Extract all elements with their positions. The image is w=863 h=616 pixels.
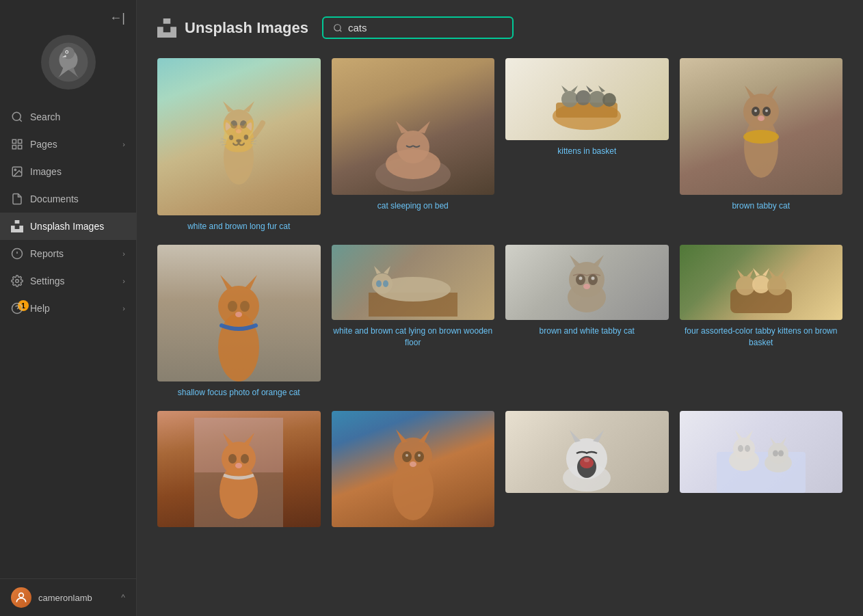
image-card-10[interactable] xyxy=(332,411,495,533)
logo-icon xyxy=(48,42,89,83)
svg-point-79 xyxy=(736,276,755,295)
image-label-2: cat sleeping on bed xyxy=(377,200,449,212)
pages-arrow-icon: › xyxy=(122,140,125,148)
cat-image-4 xyxy=(720,65,802,188)
sidebar-user[interactable]: cameronlamb ^ xyxy=(0,578,136,616)
logo-circle xyxy=(41,35,96,90)
svg-marker-109 xyxy=(593,430,604,442)
image-card-8[interactable]: four assorted-color tabby kittens on bro… xyxy=(680,245,843,399)
sidebar-item-unsplash-label: Unsplash Images xyxy=(30,221,125,232)
sidebar-item-documents[interactable]: Documents xyxy=(0,185,136,213)
svg-point-94 xyxy=(228,454,237,464)
avatar xyxy=(11,587,31,608)
svg-point-38 xyxy=(576,90,591,105)
sidebar-item-unsplash-images[interactable]: Unsplash Images xyxy=(0,213,136,240)
svg-point-81 xyxy=(767,276,786,295)
image-card-6[interactable]: white and brown cat lying on brown woode… xyxy=(332,245,495,399)
svg-point-103 xyxy=(406,454,408,457)
image-label-1: white and brown long fur cat xyxy=(187,221,290,232)
svg-marker-25 xyxy=(223,101,234,112)
image-thumb-7 xyxy=(505,245,669,320)
svg-point-91 xyxy=(222,442,256,476)
sidebar-top: ←| xyxy=(0,0,136,28)
image-card-3[interactable]: kittens in basket xyxy=(505,58,669,232)
user-chevron-icon: ^ xyxy=(121,593,125,602)
sidebar-collapse-button[interactable]: ←| xyxy=(107,8,128,28)
cat-image-1 xyxy=(208,75,269,198)
sidebar-item-documents-label: Documents xyxy=(30,193,125,204)
sidebar-item-settings[interactable]: Settings › xyxy=(0,267,136,295)
svg-point-119 xyxy=(745,445,750,452)
search-box[interactable] xyxy=(322,16,514,39)
svg-point-76 xyxy=(592,276,595,280)
cat-image-10 xyxy=(369,414,457,524)
svg-marker-65 xyxy=(374,266,381,274)
svg-point-96 xyxy=(235,463,242,468)
svg-marker-108 xyxy=(570,430,581,442)
svg-marker-41 xyxy=(561,85,568,92)
svg-marker-33 xyxy=(396,121,408,133)
image-label-6: white and brown cat lying on brown woode… xyxy=(332,325,495,349)
svg-marker-116 xyxy=(735,430,742,439)
image-card-12[interactable] xyxy=(680,411,843,533)
svg-point-13 xyxy=(14,169,16,170)
svg-marker-117 xyxy=(746,430,753,439)
svg-marker-66 xyxy=(384,266,390,274)
help-icon xyxy=(11,302,23,314)
image-card-4[interactable]: brown tabby cat xyxy=(680,58,843,232)
image-card-9[interactable] xyxy=(157,411,321,533)
svg-rect-9 xyxy=(18,139,22,143)
cat-image-3 xyxy=(546,65,628,133)
svg-point-23 xyxy=(224,130,254,185)
sidebar-item-images[interactable]: Images xyxy=(0,158,136,185)
search-input[interactable] xyxy=(348,22,503,34)
svg-point-124 xyxy=(773,450,778,456)
svg-point-29 xyxy=(236,129,241,133)
svg-marker-100 xyxy=(419,429,430,443)
image-thumb-4 xyxy=(680,58,843,195)
svg-point-60 xyxy=(240,301,250,312)
cat-image-9 xyxy=(194,418,283,527)
sidebar-item-help[interactable]: 1 Help › xyxy=(0,295,136,322)
svg-marker-123 xyxy=(780,437,786,445)
svg-marker-86 xyxy=(769,269,775,278)
svg-point-32 xyxy=(397,131,429,163)
svg-point-70 xyxy=(569,262,605,297)
svg-point-125 xyxy=(778,450,784,456)
svg-point-5 xyxy=(66,51,67,53)
settings-icon xyxy=(11,275,23,287)
image-label-7: brown and white tabby cat xyxy=(540,325,635,337)
svg-point-28 xyxy=(240,120,247,129)
svg-marker-47 xyxy=(745,85,756,98)
svg-marker-58 xyxy=(245,275,257,289)
unsplash-icon xyxy=(11,220,23,232)
svg-point-75 xyxy=(579,276,583,280)
image-card-7[interactable]: brown and white tabby cat xyxy=(505,245,669,399)
pages-icon xyxy=(11,138,23,150)
cat-image-11 xyxy=(542,418,631,493)
avatar-icon xyxy=(14,591,28,604)
svg-point-27 xyxy=(230,120,237,129)
sidebar-item-reports-label: Reports xyxy=(30,248,116,259)
svg-point-54 xyxy=(743,130,779,144)
svg-point-53 xyxy=(758,116,765,121)
svg-marker-57 xyxy=(220,275,233,289)
sidebar-item-search[interactable]: Search xyxy=(0,103,136,131)
documents-icon xyxy=(11,193,23,205)
sidebar-item-pages-label: Pages xyxy=(30,139,116,150)
image-card-11[interactable] xyxy=(505,411,669,533)
image-card-5[interactable]: shallow focus photo of orange cat xyxy=(157,245,321,399)
cat-image-6 xyxy=(369,248,457,317)
sidebar-item-reports[interactable]: Reports › xyxy=(0,240,136,267)
svg-marker-84 xyxy=(753,268,760,276)
svg-point-17 xyxy=(16,280,19,283)
svg-point-98 xyxy=(394,438,432,476)
settings-arrow-icon: › xyxy=(122,277,125,285)
sidebar-item-pages[interactable]: Pages › xyxy=(0,131,136,158)
reports-arrow-icon: › xyxy=(122,250,125,258)
help-arrow-icon: › xyxy=(122,304,125,312)
image-card-2[interactable]: cat sleeping on bed xyxy=(332,58,495,232)
image-thumb-1 xyxy=(157,58,321,215)
image-label-5: shallow focus photo of orange cat xyxy=(178,387,300,399)
image-card-1[interactable]: white and brown long fur cat xyxy=(157,58,321,232)
